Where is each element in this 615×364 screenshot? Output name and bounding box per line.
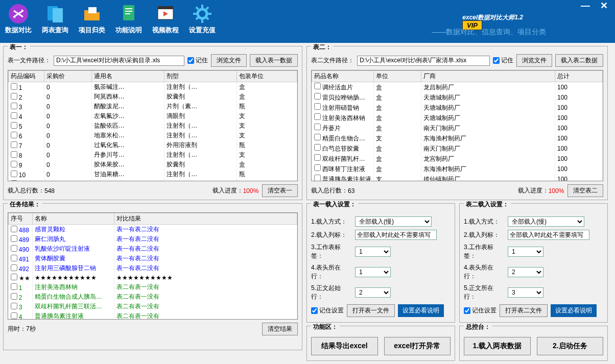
settings1-mode-select[interactable]: 全部载入(慢) xyxy=(355,216,432,227)
table-row[interactable]: 50盐酸依匹…注射剂（…支 xyxy=(9,121,297,131)
table-row[interactable]: 10氨茶碱注…注射剂（…盒 xyxy=(9,82,297,92)
table2-path-input[interactable] xyxy=(357,56,490,66)
video-icon xyxy=(155,3,176,25)
table-row[interactable]: 100甘油果糖…注射剂（…瓶 xyxy=(9,169,297,179)
query-icon xyxy=(44,3,66,25)
compare-icon xyxy=(8,3,29,25)
result-row[interactable]: ★★★★★★★★★★★★★★★★★★★★★★★ xyxy=(9,273,297,282)
result-row[interactable]: 3双歧杆菌乳杆菌三联活…表二有表一没有 xyxy=(9,302,297,311)
table1-load-button[interactable]: 载入表一数据 xyxy=(250,54,298,67)
result-row[interactable]: 490乳酸依沙吖啶注射液表一有表二没有 xyxy=(9,244,297,254)
result-row[interactable]: 2精蛋白生物合成人胰岛…表二有表一没有 xyxy=(9,292,297,302)
result-row[interactable]: 1注射美洛西林钠表二有表一没有 xyxy=(9,282,297,292)
table2-path-label: 表二文件路径： xyxy=(311,56,354,65)
tool-classify[interactable]: 项目归类 xyxy=(79,3,105,35)
settings2-body-select[interactable]: 3 xyxy=(508,287,543,298)
table1-path-label: 表一文件路径： xyxy=(8,56,51,65)
table-row[interactable]: 普通胰岛素注射液支揽仙镇制药厂100 xyxy=(312,174,603,181)
tool-query[interactable]: 两表查询 xyxy=(42,3,68,35)
results-time-label: 用时： xyxy=(8,325,26,333)
table-row[interactable]: 双歧杆菌乳杆…盒龙宫制药厂100 xyxy=(312,154,603,164)
svg-rect-15 xyxy=(208,13,211,15)
table1-path-input[interactable] xyxy=(54,56,184,66)
table-row[interactable]: 丹蒌片盒南天门制药厂100 xyxy=(312,123,603,133)
table1-progress: 100% xyxy=(243,187,259,195)
results-clear-button[interactable]: 清空结果 xyxy=(262,323,298,335)
svg-point-11 xyxy=(198,9,207,18)
settings2-remember-checkbox[interactable]: 记住设置 xyxy=(464,306,496,315)
table-row[interactable]: 精蛋白生物合…支东海渔村制药厂100 xyxy=(312,133,603,143)
tool-help[interactable]: 功能说明 xyxy=(115,3,142,35)
table2-title: 表二： xyxy=(311,43,334,52)
table2-clear-button[interactable]: 清空表二 xyxy=(567,184,603,197)
settings2-mode-select[interactable]: 全部载入(慢) xyxy=(508,216,584,227)
table1-clear-button[interactable]: 清空表一 xyxy=(262,184,298,197)
close-button[interactable]: ✕ xyxy=(598,2,610,11)
control-panel: 总控台： 1.载入两表数据 2.启动任务 xyxy=(459,326,608,361)
results-time: 7秒 xyxy=(26,325,36,333)
excel-error-button[interactable]: excel打开异常 xyxy=(384,337,451,355)
table2-load-button[interactable]: 载入表二数据 xyxy=(555,54,603,67)
table-row[interactable]: 20阿莫西林…胶囊剂盒 xyxy=(9,92,297,102)
settings1-remember-checkbox[interactable]: 记住设置 xyxy=(311,306,344,315)
table2-panel: 表二： 表二文件路径： 记住 浏览文件 载入表二数据 药品名称单位厂商总计 调经… xyxy=(306,46,608,200)
func-panel: 功能区： 结果导出excel excel打开异常 xyxy=(306,326,455,361)
table-row[interactable]: 注射美洛西林钠盒天塘城制药厂100 xyxy=(312,113,603,123)
settings1-header-select[interactable]: 1 xyxy=(355,267,391,277)
settings1-open-button[interactable]: 打开表一文件 xyxy=(347,304,395,317)
table1-remember-checkbox[interactable]: 记住 xyxy=(187,56,208,65)
results-panel: 任务结果： 序号名称对比结果 488感冒灵颗粒表一有表二没有 489麻仁润肠丸表… xyxy=(3,203,302,350)
table-row[interactable]: 80丹参川芎…注射剂（…支 xyxy=(9,150,297,160)
table2-total: 63 xyxy=(348,187,354,195)
table2-remember-checkbox[interactable]: 记住 xyxy=(493,56,513,65)
settings2-open-button[interactable]: 打开表二文件 xyxy=(500,304,548,317)
result-row[interactable]: 488感冒灵颗粒表一有表二没有 xyxy=(9,225,297,235)
table-row[interactable]: 30醋酸泼尼…片剂（素…瓶 xyxy=(9,102,297,111)
table-row[interactable]: 110安神补脑液口服液盒 xyxy=(9,179,297,181)
settings2-header-select[interactable]: 2 xyxy=(508,267,543,277)
start-task-button[interactable]: 2.启动任务 xyxy=(537,337,604,355)
app-header: 数据对比两表查询项目归类功能说明视频教程设置充值 excel数据对比大师1.2 … xyxy=(0,0,615,43)
svg-rect-14 xyxy=(193,13,197,15)
settings2-col-input[interactable] xyxy=(508,230,589,240)
tool-settings[interactable]: 设置充值 xyxy=(189,3,216,35)
minimize-button[interactable]: — xyxy=(579,2,592,11)
settings1-col-input[interactable] xyxy=(355,230,437,240)
settings2-sheet-select[interactable]: 1 xyxy=(508,247,543,257)
load-both-button[interactable]: 1.载入两表数据 xyxy=(464,337,531,355)
table2-total-label: 载入总行数： xyxy=(311,186,348,195)
result-row[interactable]: 489麻仁润肠丸表一有表二没有 xyxy=(9,234,297,244)
svg-rect-7 xyxy=(125,13,130,14)
settings1-body-select[interactable]: 2 xyxy=(355,287,391,298)
table-row[interactable]: 雷贝拉唑钠肠…盒天塘城制药厂100 xyxy=(312,92,603,103)
settings1-sheet-select[interactable]: 1 xyxy=(355,247,391,257)
svg-rect-13 xyxy=(201,19,203,23)
table-row[interactable]: 调经活血片盒龙昌制药厂100 xyxy=(312,82,603,93)
app-subtitle: ——数据对比、信息查询、项目分类 xyxy=(432,28,546,37)
table-row[interactable]: 60地塞米松…注射剂（…支 xyxy=(9,131,297,140)
table1-total-label: 载入总行数： xyxy=(8,186,44,195)
table1-total: 548 xyxy=(44,187,55,195)
svg-rect-3 xyxy=(88,7,97,13)
table1-browse-button[interactable]: 浏览文件 xyxy=(211,54,247,67)
svg-rect-4 xyxy=(123,5,134,20)
table-row[interactable]: 40左氧氟沙…滴眼剂支 xyxy=(9,111,297,121)
tool-compare[interactable]: 数据对比 xyxy=(5,3,32,35)
table-row[interactable]: 注射用硝普钠盒天塘城制药厂100 xyxy=(312,103,603,113)
table-row[interactable]: 白芍总苷胶囊盒南天门制药厂100 xyxy=(312,143,603,154)
settings2-help-button[interactable]: 设置必看说明 xyxy=(551,304,597,317)
svg-rect-5 xyxy=(125,8,132,9)
result-row[interactable]: 492注射用三磷酸腺苷二钠表一有表二没有 xyxy=(9,263,297,273)
table2-progress: 100% xyxy=(549,187,564,195)
table-row[interactable]: 90胶体果胶…胶囊剂盒 xyxy=(9,160,297,169)
result-row[interactable]: 491黄体酮胶囊表一有表二没有 xyxy=(9,254,297,263)
tool-video[interactable]: 视频教程 xyxy=(152,3,179,35)
control-title: 总控台： xyxy=(464,323,492,331)
result-row[interactable]: 4普通胰岛素注射液表二有表一没有 xyxy=(9,311,297,320)
table-row[interactable]: 70过氧化氢…外用溶液剂瓶 xyxy=(9,140,297,150)
table2-browse-button[interactable]: 浏览文件 xyxy=(516,54,552,67)
export-excel-button[interactable]: 结果导出excel xyxy=(311,337,378,355)
table-row[interactable]: 西咪替丁注射液盒东海渔村制药厂100 xyxy=(312,164,603,174)
settings2-title: 表二载入设置： xyxy=(464,200,511,209)
settings1-help-button[interactable]: 设置必看说明 xyxy=(398,304,444,317)
